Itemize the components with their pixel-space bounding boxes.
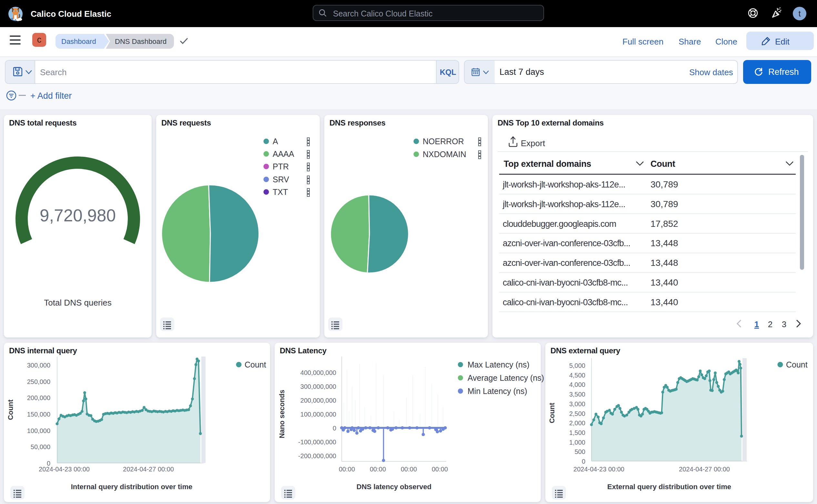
svg-text:00:00: 00:00 [432, 466, 448, 473]
svg-text:2024-04-27 00:00: 2024-04-27 00:00 [679, 466, 730, 473]
svg-text:Count: Count [651, 159, 675, 169]
svg-text:-200,000,000: -200,000,000 [298, 452, 336, 459]
svg-text:200,000,000: 200,000,000 [300, 397, 336, 404]
svg-text:Min Latency (ns): Min Latency (ns) [468, 387, 527, 396]
svg-text:azcni-over-ivan-conference-03c: azcni-over-ivan-conference-03cfb... [503, 238, 630, 248]
svg-text:calico-cni-ivan-byocni-03cfb8-: calico-cni-ivan-byocni-03cfb8-mc... [503, 278, 628, 287]
svg-text:clouddebugger.googleapis.com: clouddebugger.googleapis.com [503, 219, 616, 229]
svg-text:jlt-worksh-jlt-workshop-aks-11: jlt-worksh-jlt-workshop-aks-112e... [502, 180, 625, 189]
svg-text:300,000: 300,000 [27, 362, 50, 369]
svg-text:Count: Count [245, 360, 266, 369]
svg-text:AAAA: AAAA [273, 149, 294, 158]
svg-text:3,000: 3,000 [569, 400, 585, 408]
svg-text:PTR: PTR [273, 162, 289, 171]
svg-text:Nano seconds: Nano seconds [278, 390, 286, 438]
svg-text:13,448: 13,448 [651, 238, 678, 248]
svg-text:13,448: 13,448 [651, 258, 678, 268]
svg-text:5,000: 5,000 [569, 362, 585, 369]
svg-text:2,500: 2,500 [569, 410, 585, 417]
svg-text:4,500: 4,500 [569, 372, 585, 379]
svg-text:SRV: SRV [273, 175, 289, 184]
svg-text:250,000: 250,000 [27, 378, 50, 385]
svg-text:4,000: 4,000 [569, 381, 585, 388]
svg-text:External query distribution ov: External query distribution over time [607, 483, 731, 491]
svg-text:500: 500 [575, 448, 585, 455]
svg-text:100,000: 100,000 [27, 427, 50, 434]
svg-text:Top external domains: Top external domains [504, 159, 591, 169]
svg-text:NXDOMAIN: NXDOMAIN [423, 150, 466, 159]
svg-text:Total DNS queries: Total DNS queries [44, 298, 112, 307]
svg-text:jlt-worksh-jlt-workshop-aks-11: jlt-worksh-jlt-workshop-aks-112e... [502, 199, 625, 209]
svg-text:0: 0 [582, 458, 585, 465]
svg-text:0: 0 [333, 425, 336, 432]
svg-text:Max Latency (ns): Max Latency (ns) [468, 360, 530, 369]
svg-text:Export: Export [521, 138, 545, 148]
svg-text:2024-04-27 00:00: 2024-04-27 00:00 [123, 466, 174, 473]
svg-text:1,000: 1,000 [569, 439, 585, 446]
svg-text:2024-04-23 00:00: 2024-04-23 00:00 [39, 466, 90, 473]
svg-text:150,000: 150,000 [27, 411, 50, 418]
svg-text:30,789: 30,789 [651, 199, 678, 209]
svg-text:calico-cni-ivan-byocni-03cfb8-: calico-cni-ivan-byocni-03cfb8-mc... [503, 297, 628, 307]
svg-text:30,789: 30,789 [651, 179, 678, 189]
svg-text:100,000,000: 100,000,000 [300, 411, 336, 418]
svg-text:2,000: 2,000 [569, 419, 585, 427]
svg-text:1: 1 [754, 319, 759, 329]
svg-text:A: A [273, 137, 278, 146]
svg-text:Average Latency (ns): Average Latency (ns) [468, 373, 544, 382]
svg-text:00:00: 00:00 [401, 466, 417, 473]
svg-text:Count: Count [548, 403, 556, 423]
svg-text:DNS latency observed: DNS latency observed [357, 483, 431, 491]
svg-text:3: 3 [782, 319, 786, 329]
svg-text:2024-04-23 00:00: 2024-04-23 00:00 [573, 466, 624, 473]
svg-text:9,720,980: 9,720,980 [40, 206, 116, 225]
svg-text:200,000: 200,000 [27, 394, 50, 401]
svg-text:17,852: 17,852 [651, 219, 678, 229]
svg-text:50,000: 50,000 [31, 443, 50, 450]
svg-text:1,500: 1,500 [569, 429, 585, 436]
svg-text:13,440: 13,440 [651, 297, 678, 307]
svg-text:00:00: 00:00 [370, 466, 386, 473]
svg-text:3,500: 3,500 [569, 391, 585, 398]
svg-text:azcni-over-ivan-conference-03c: azcni-over-ivan-conference-03cfb... [503, 258, 630, 268]
svg-text:-100,000,000: -100,000,000 [298, 438, 336, 446]
svg-text:Count: Count [786, 360, 808, 369]
svg-text:400,000,000: 400,000,000 [300, 369, 336, 376]
svg-text:NOERROR: NOERROR [423, 137, 464, 146]
svg-text:300,000,000: 300,000,000 [300, 383, 336, 390]
svg-text:13,440: 13,440 [651, 277, 678, 287]
svg-text:TXT: TXT [273, 187, 288, 197]
svg-text:Internal query distribution ov: Internal query distribution over time [71, 483, 193, 491]
svg-text:00:00: 00:00 [339, 466, 355, 473]
svg-text:Count: Count [6, 399, 15, 420]
svg-text:2: 2 [768, 319, 772, 329]
